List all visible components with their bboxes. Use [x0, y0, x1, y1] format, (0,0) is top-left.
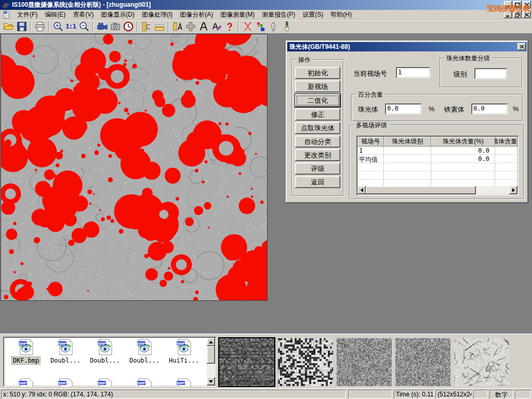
return-button[interactable]: 返回	[295, 176, 340, 188]
table-row[interactable]: 1 0.0	[357, 147, 517, 155]
status-position: x: 510 y: 79 idx: 0 RGB: (174, 174, 174)	[1, 390, 346, 398]
toolbar-separator	[137, 21, 138, 32]
annotate-icon[interactable]	[210, 20, 223, 33]
scrollbar-track[interactable]	[207, 364, 215, 377]
scrollbar-track[interactable]	[476, 186, 509, 194]
menu-help[interactable]: 帮助(H)	[327, 9, 355, 20]
bmp-file-icon: BMP	[175, 378, 193, 387]
scroll-down-icon[interactable]	[207, 377, 215, 385]
bmp-file-icon: BMP	[17, 339, 35, 355]
menu-settings[interactable]: 设置(S)	[299, 9, 327, 20]
scroll-right-icon[interactable]	[509, 186, 517, 194]
ruler-icon[interactable]	[153, 20, 166, 33]
col-ferrite-content: 铁素体含量(%)	[495, 137, 517, 147]
child-minimize-button[interactable]	[504, 11, 512, 18]
menu-edit[interactable]: 编辑(E)	[41, 9, 69, 20]
help-icon[interactable]	[223, 20, 236, 33]
scroll-up-icon[interactable]	[207, 338, 215, 346]
toolbar-separator	[168, 21, 169, 32]
file-item[interactable]: BMP HuiTi...	[165, 339, 203, 364]
current-view-label: 当前视场号	[353, 69, 387, 78]
file-item[interactable]: BMP Doubl...	[126, 339, 163, 364]
timer-icon[interactable]	[122, 20, 135, 33]
cell-field: 1	[357, 147, 384, 155]
menu-image-processing[interactable]: 图像处理(I)	[138, 9, 176, 20]
file-list[interactable]: BMP DKF.bmp BMP Doubl... BMP Doubl... BM…	[3, 337, 216, 387]
svg-text:BMP: BMP	[58, 381, 66, 385]
file-list-vscrollbar[interactable]	[207, 338, 215, 385]
dialog-title-bar[interactable]: 珠光体(GB/T9441-88)	[287, 42, 527, 51]
merge-icon[interactable]	[184, 20, 197, 33]
percent-group: 百分含量 珠光体 0.0 % 铁素体 0.0 %	[351, 94, 523, 121]
measure-text-icon[interactable]	[171, 20, 184, 33]
ferrite-input[interactable]: 0.0	[471, 103, 508, 114]
cell-grade	[384, 147, 431, 155]
status-mode: 数字	[489, 390, 513, 398]
brush-icon[interactable]	[280, 20, 293, 33]
scroll-left-icon[interactable]	[357, 186, 366, 194]
thumbnail-1[interactable]	[219, 338, 274, 386]
text-icon[interactable]	[197, 20, 210, 33]
svg-text:BMP: BMP	[98, 342, 106, 345]
grade-input[interactable]	[474, 68, 507, 79]
rate-button[interactable]: 评级	[295, 163, 340, 175]
close-button[interactable]	[523, 1, 531, 8]
current-view-input[interactable]: 1	[396, 67, 430, 78]
zoom-in-icon[interactable]	[51, 20, 64, 33]
table-row[interactable]: 平均值 0.0	[357, 155, 517, 163]
menu-file[interactable]: 文件(F)	[14, 9, 41, 20]
thumbnail-4[interactable]	[395, 338, 450, 386]
caliper-icon[interactable]	[140, 20, 153, 33]
status-empty-1	[348, 390, 392, 398]
save-icon[interactable]	[15, 20, 28, 33]
status-bar: x: 510 y: 79 idx: 0 RGB: (174, 174, 174)…	[0, 388, 532, 399]
thumbnail-5[interactable]	[454, 338, 509, 386]
correct-button[interactable]: 修正	[295, 109, 340, 121]
menu-view[interactable]: 查看(V)	[69, 9, 97, 20]
rating-table[interactable]: 视场号 珠光体级别 珠光体含量(%) 铁素体含量(%) 1 0.0 平均值 0.…	[356, 136, 518, 195]
actual-size-icon[interactable]: 1:1	[64, 20, 77, 33]
binarize-button[interactable]: 二值化	[295, 94, 340, 107]
zoom-out-icon[interactable]	[77, 20, 90, 33]
dialog-close-button[interactable]	[517, 43, 526, 50]
menu-image-display[interactable]: 图像显示(D)	[97, 9, 138, 20]
file-item[interactable]: BMP DKF.bmp	[7, 339, 45, 364]
menu-measure-report[interactable]: 测量报告(P)	[258, 9, 299, 20]
thumbnail-3[interactable]	[337, 338, 392, 386]
thumbnail-2[interactable]	[278, 338, 333, 386]
table-hscrollbar[interactable]	[357, 186, 517, 194]
file-item[interactable]: BMP	[47, 378, 84, 387]
file-item[interactable]: BMP Doubl...	[47, 339, 84, 364]
pick-pearlite-button[interactable]: 点取珠光体	[295, 122, 340, 134]
video-camera-icon[interactable]	[96, 20, 109, 33]
bmp-file-icon: BMP	[57, 378, 74, 387]
metallographic-image[interactable]	[1, 34, 267, 300]
file-item[interactable]: BMP	[7, 378, 45, 387]
spline-icon[interactable]	[241, 20, 254, 33]
scrollbar-thumb[interactable]	[366, 186, 476, 194]
minimize-button[interactable]	[504, 1, 512, 8]
menu-image-analysis[interactable]: 图像分析(A)	[176, 9, 217, 20]
scrollbar-thumb[interactable]	[207, 346, 215, 364]
file-item[interactable]: BMP	[86, 378, 124, 387]
camera-icon[interactable]	[109, 20, 122, 33]
pearlite-input[interactable]: 0.0	[385, 103, 421, 114]
change-class-button[interactable]: 更改类别	[295, 149, 340, 161]
auto-classify-button[interactable]: 自动分类	[295, 136, 340, 148]
pearlite-label: 珠光体	[358, 105, 378, 114]
menu-bar: 文件(F) 编辑(E) 查看(V) 图像显示(D) 图像处理(I) 图像分析(A…	[0, 10, 532, 20]
open-icon[interactable]	[2, 20, 15, 33]
child-restore-button[interactable]	[513, 11, 522, 18]
child-close-button[interactable]	[523, 11, 531, 18]
menu-image-measure[interactable]: 图像测量(M)	[217, 9, 258, 20]
file-item[interactable]: BMP	[165, 378, 203, 387]
file-item[interactable]: BMP Doubl...	[86, 339, 124, 364]
new-field-button[interactable]: 新视场	[295, 81, 340, 92]
maximize-button[interactable]	[513, 1, 522, 8]
init-button[interactable]: 初始化	[295, 67, 340, 79]
operation-group: 操作 初始化 新视场 二值化 修正 点取珠光体 自动分类 更改类别 评级 返回	[291, 59, 343, 196]
print-icon[interactable]	[33, 20, 46, 33]
file-item[interactable]: BMP	[126, 378, 163, 387]
markers-icon[interactable]	[254, 20, 267, 33]
picker-icon[interactable]	[267, 20, 280, 33]
